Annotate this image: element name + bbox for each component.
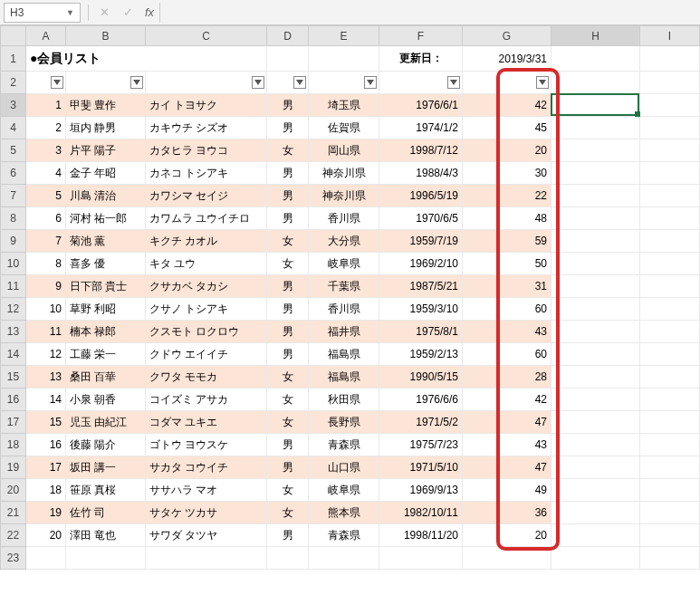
- cell-empty[interactable]: [640, 94, 700, 117]
- cell-pref[interactable]: 大分県: [309, 230, 379, 253]
- cell-empty[interactable]: [551, 298, 640, 321]
- cell-gender[interactable]: 男: [267, 434, 309, 456]
- row-header-12[interactable]: 12: [1, 298, 26, 321]
- cell-empty[interactable]: [551, 230, 640, 253]
- cell-gender[interactable]: 男: [267, 185, 309, 207]
- filter-button[interactable]: [130, 76, 143, 89]
- cell-kana[interactable]: クワタ モモカ: [146, 366, 267, 389]
- cell-gender[interactable]: 女: [267, 502, 309, 524]
- cell-empty[interactable]: [551, 366, 640, 389]
- filter-button[interactable]: [252, 76, 264, 89]
- cell-kana[interactable]: サワダ タツヤ: [146, 524, 267, 547]
- row-header-16[interactable]: 16: [1, 389, 26, 411]
- cell-kana[interactable]: キクチ カオル: [146, 230, 267, 253]
- cell-kana[interactable]: コダマ ユキエ: [146, 411, 267, 434]
- cell-gender[interactable]: 男: [267, 456, 309, 479]
- cell-no[interactable]: 20: [26, 524, 66, 547]
- cell-age[interactable]: 59: [463, 230, 551, 253]
- cell-no[interactable]: 7: [26, 230, 66, 253]
- cell-empty[interactable]: [640, 524, 700, 547]
- cell-empty[interactable]: [640, 117, 700, 139]
- cell-gender[interactable]: 女: [267, 230, 309, 253]
- cell-age[interactable]: 47: [463, 411, 551, 434]
- cell-birth[interactable]: 1959/7/19: [379, 230, 463, 253]
- cell-gender[interactable]: 男: [267, 162, 309, 185]
- cell-pref[interactable]: 千葉県: [309, 275, 379, 298]
- cell-pref[interactable]: 青森県: [309, 434, 379, 456]
- cell-birth[interactable]: 1987/5/21: [379, 275, 463, 298]
- cell-no[interactable]: 17: [26, 456, 66, 479]
- cell-age[interactable]: 50: [463, 253, 551, 275]
- th-gender[interactable]: 性別: [267, 72, 309, 94]
- cell-name[interactable]: 後藤 陽介: [66, 434, 146, 456]
- cell-empty[interactable]: [640, 275, 700, 298]
- cell-no[interactable]: 8: [26, 253, 66, 275]
- cell-age[interactable]: 60: [463, 298, 551, 321]
- cell-name[interactable]: 草野 利昭: [66, 298, 146, 321]
- cell-age[interactable]: 28: [463, 366, 551, 389]
- row-header-18[interactable]: 18: [1, 434, 26, 456]
- cell-kana[interactable]: カキウチ シズオ: [146, 117, 267, 139]
- cell-empty[interactable]: [551, 321, 640, 343]
- cell-kana[interactable]: カネコ トシアキ: [146, 162, 267, 185]
- cell-name[interactable]: 桑田 百華: [66, 366, 146, 389]
- cell-no[interactable]: 13: [26, 366, 66, 389]
- cell-birth[interactable]: 1971/5/2: [379, 411, 463, 434]
- row-header-14[interactable]: 14: [1, 343, 26, 366]
- cell-age[interactable]: 49: [463, 479, 551, 502]
- cell-gender[interactable]: 女: [267, 411, 309, 434]
- formula-input[interactable]: [159, 3, 700, 23]
- cell-gender[interactable]: 女: [267, 479, 309, 502]
- cell-birth[interactable]: 1969/2/10: [379, 253, 463, 275]
- cell-kana[interactable]: クサノ トシアキ: [146, 298, 267, 321]
- cell-gender[interactable]: 女: [267, 366, 309, 389]
- cell-kana[interactable]: カワムラ ユウイチロ: [146, 207, 267, 230]
- cell-empty[interactable]: [640, 456, 700, 479]
- col-header-B[interactable]: B: [66, 26, 146, 46]
- cell-birth[interactable]: 1976/6/1: [379, 94, 463, 117]
- cell-age[interactable]: 31: [463, 275, 551, 298]
- cell-kana[interactable]: カタヒラ ヨウコ: [146, 139, 267, 162]
- row-header-3[interactable]: 3: [1, 94, 26, 117]
- cell-empty[interactable]: [551, 94, 640, 117]
- update-date[interactable]: 2019/3/31: [463, 46, 551, 72]
- cell-pref[interactable]: 埼玉県: [309, 94, 379, 117]
- cell-birth[interactable]: 1959/3/10: [379, 298, 463, 321]
- col-header-I[interactable]: I: [640, 26, 700, 46]
- cell-empty[interactable]: [551, 185, 640, 207]
- cell-empty[interactable]: [551, 162, 640, 185]
- cell-pref[interactable]: 佐賀県: [309, 117, 379, 139]
- cell-no[interactable]: 18: [26, 479, 66, 502]
- cell-empty[interactable]: [551, 479, 640, 502]
- cell-name[interactable]: 澤田 竜也: [66, 524, 146, 547]
- cell-name[interactable]: 工藤 栄一: [66, 343, 146, 366]
- cell-empty[interactable]: [640, 411, 700, 434]
- cell-birth[interactable]: 1959/2/13: [379, 343, 463, 366]
- name-box[interactable]: H3 ▼: [4, 3, 81, 23]
- cell-empty[interactable]: [551, 502, 640, 524]
- cell-gender[interactable]: 男: [267, 207, 309, 230]
- cell-empty[interactable]: [640, 298, 700, 321]
- row-header-17[interactable]: 17: [1, 411, 26, 434]
- row-header-2[interactable]: 2: [1, 72, 26, 94]
- cell-pref[interactable]: 福島県: [309, 366, 379, 389]
- cell-age[interactable]: 42: [463, 389, 551, 411]
- cell-gender[interactable]: 男: [267, 117, 309, 139]
- cell-empty[interactable]: [640, 479, 700, 502]
- cell-empty[interactable]: [640, 253, 700, 275]
- cell-gender[interactable]: 男: [267, 321, 309, 343]
- cell-no[interactable]: 12: [26, 343, 66, 366]
- cell-kana[interactable]: コイズミ アサカ: [146, 389, 267, 411]
- cell-no[interactable]: 2: [26, 117, 66, 139]
- cell-gender[interactable]: 男: [267, 298, 309, 321]
- row-header-21[interactable]: 21: [1, 502, 26, 524]
- row-header-6[interactable]: 6: [1, 162, 26, 185]
- page-title[interactable]: ●会員リスト: [26, 46, 267, 72]
- cell-name[interactable]: 喜多 優: [66, 253, 146, 275]
- cell-no[interactable]: 5: [26, 185, 66, 207]
- cell-gender[interactable]: 男: [267, 524, 309, 547]
- row-header-8[interactable]: 8: [1, 207, 26, 230]
- col-header-F[interactable]: F: [379, 26, 463, 46]
- th-birth[interactable]: 誕生日: [379, 72, 463, 94]
- cell-age[interactable]: 22: [463, 185, 551, 207]
